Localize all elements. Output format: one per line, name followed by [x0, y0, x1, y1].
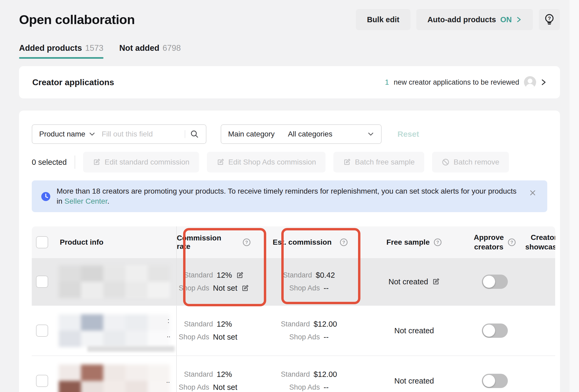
edit-icon[interactable] — [241, 284, 249, 292]
header-approve-line2: creators — [474, 242, 504, 252]
batch-free-sample-button[interactable]: Batch free sample — [333, 152, 424, 172]
free-sample-status: Not created — [388, 277, 428, 286]
edit-icon — [93, 158, 101, 166]
est-shop-ads-value: -- — [324, 383, 329, 392]
edit-shop-ads-commission-label: Edit Shop Ads commission — [228, 158, 316, 166]
product-image-blurred — [59, 364, 170, 392]
standard-label: Standard — [281, 320, 310, 328]
banner-text-after: . — [107, 197, 109, 205]
question-circle-icon[interactable]: ? — [242, 238, 251, 247]
truncated-text: .. — [166, 377, 170, 384]
question-circle-icon[interactable]: ? — [340, 238, 348, 247]
standard-label: Standard — [283, 271, 312, 279]
free-sample-cell: Not created — [364, 306, 464, 355]
creator-applications-message: new creator applications to be reviewed — [394, 78, 519, 86]
row-checkbox[interactable] — [36, 325, 48, 337]
svg-text:?: ? — [510, 240, 513, 245]
est-commission-cell: Standard $12.00 Shop Ads -- — [270, 306, 364, 355]
approve-creators-toggle[interactable] — [482, 374, 508, 388]
standard-label: Standard — [184, 370, 213, 379]
banner-text-before: More than 18 creators are promoting your… — [57, 187, 517, 205]
table-row[interactable]: Standard 12% Shop Ads Not set — [32, 258, 555, 305]
edit-shop-ads-commission-button[interactable]: Edit Shop Ads commission — [207, 152, 326, 172]
help-button[interactable]: ? — [539, 9, 560, 30]
chevron-right-icon[interactable] — [541, 78, 547, 87]
header-approve-line1: Approve — [474, 233, 504, 242]
est-commission-cell: Standard $12.00 Shop Ads -- — [270, 356, 364, 392]
product-image-blurred — [59, 265, 170, 298]
shop-ads-label: Shop Ads — [179, 284, 209, 292]
shop-ads-label: Shop Ads — [179, 333, 209, 341]
ban-icon — [442, 158, 450, 166]
close-icon[interactable] — [529, 189, 537, 197]
seller-center-link[interactable]: Seller Center — [65, 197, 107, 205]
table-row[interactable]: .. Standard 12% Shop Ads Not set Standar… — [32, 355, 555, 392]
batch-remove-button[interactable]: Batch remove — [432, 152, 509, 172]
tab-not-added-label: Not added — [119, 43, 160, 53]
approve-creators-cell — [464, 356, 525, 392]
approve-creators-cell — [464, 306, 525, 355]
free-sample-status: Not created — [394, 326, 434, 335]
edit-icon — [343, 158, 351, 166]
edit-standard-commission-button[interactable]: Edit standard commission — [83, 152, 199, 172]
scrollbar-track[interactable] — [569, 0, 579, 392]
page-title: Open collaboration — [19, 12, 135, 27]
est-standard-value: $12.00 — [314, 320, 337, 329]
bulk-edit-label: Bulk edit — [367, 15, 399, 24]
question-circle-icon[interactable]: ? — [433, 238, 442, 247]
product-info-cell — [53, 258, 177, 305]
bulk-edit-button[interactable]: Bulk edit — [356, 9, 410, 30]
tab-added-products[interactable]: Added products 1573 — [19, 43, 103, 59]
creator-showcase-cell — [525, 356, 555, 392]
creator-showcase-cell — [525, 306, 555, 355]
shop-ads-rate-value: Not set — [213, 383, 237, 392]
batch-remove-label: Batch remove — [454, 158, 499, 166]
main-category-select[interactable]: Main category All categories — [221, 124, 382, 144]
top-actions: Bulk edit Auto-add products ON ? — [356, 9, 560, 30]
header-checkbox-cell — [32, 226, 53, 258]
est-standard-value: $0.42 — [316, 271, 335, 280]
approve-creators-cell — [464, 258, 525, 305]
input-divider — [185, 130, 185, 138]
question-circle-icon[interactable]: ? — [508, 238, 516, 247]
product-search-group: Product name — [32, 124, 206, 144]
tab-added-products-label: Added products — [19, 43, 82, 53]
est-shop-ads-value: -- — [324, 284, 329, 293]
reset-button[interactable]: Reset — [396, 129, 421, 139]
product-search-input[interactable] — [101, 130, 185, 139]
help-lightbulb-icon: ? — [544, 13, 555, 26]
creator-applications-card[interactable]: Creator applications 1 new creator appli… — [19, 66, 560, 98]
row-checkbox[interactable] — [36, 276, 48, 288]
tab-not-added[interactable]: Not added 6798 — [119, 43, 181, 59]
header-product-info: Product info — [53, 226, 177, 258]
svg-text:?: ? — [342, 240, 345, 245]
main-category-value: All categories — [288, 130, 332, 138]
header-commission-rate: Commission rate ? — [177, 226, 270, 258]
header-showcase-line1: Creator — [531, 233, 555, 241]
approve-creators-toggle[interactable] — [482, 323, 508, 338]
shop-ads-rate-value: Not set — [213, 333, 237, 341]
stock-alert-banner: More than 18 creators are promoting your… — [32, 180, 547, 212]
table-header-row: Product info Commission rate ? Est. comm… — [32, 226, 555, 258]
select-all-checkbox[interactable] — [36, 236, 48, 248]
header-product-info-label: Product info — [60, 238, 103, 247]
standard-label: Standard — [281, 370, 310, 379]
header-free-sample-label: Free sample — [386, 238, 429, 247]
commission-rate-cell: Standard 12% Shop Ads Not set — [177, 356, 270, 392]
edit-icon[interactable] — [236, 271, 244, 279]
tab-added-products-count: 1573 — [85, 43, 103, 53]
header-creator-showcase: Creator showcase — [525, 226, 555, 258]
free-sample-cell: Not created — [364, 356, 464, 392]
edit-icon[interactable] — [432, 278, 440, 286]
row-checkbox[interactable] — [36, 375, 48, 387]
approve-creators-toggle[interactable] — [482, 275, 508, 289]
header-showcase-line2: showcase — [525, 243, 555, 251]
auto-add-products-button[interactable]: Auto-add products ON — [416, 9, 533, 30]
search-field-selector[interactable]: Product name — [39, 130, 95, 138]
search-icon[interactable] — [190, 130, 199, 139]
table-row[interactable]: : .. Standard 12% Shop Ads Not set — [32, 305, 555, 355]
standard-rate-value: 12% — [217, 271, 232, 280]
header-approve-creators: Approve creators ? — [464, 226, 525, 258]
product-image-blurred — [59, 314, 170, 347]
creator-applications-count: 1 — [385, 78, 389, 86]
